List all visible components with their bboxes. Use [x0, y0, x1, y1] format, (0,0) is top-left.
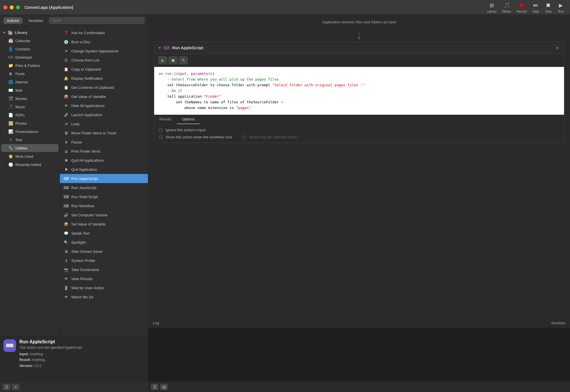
sidebar-item-presentations[interactable]: 📊 Presentations [1, 128, 58, 136]
action-wait-user[interactable]: ⏳ Wait for User Action [60, 283, 148, 292]
action-meta: Input: Anything Result: Anything Version… [19, 351, 83, 369]
action-pause[interactable]: ⏸ Pause [60, 137, 148, 147]
sidebar-item-calendar[interactable]: 📅 Calendar [1, 37, 58, 45]
action-run-applescript[interactable]: ⌨ Run AppleScript [60, 174, 148, 183]
right-bottom-toolbar: ☰ ▤ [148, 381, 570, 392]
toolbar-record[interactable]: ⏺ Record [517, 2, 527, 13]
card-chevron-icon[interactable]: ▼ [158, 46, 161, 50]
sidebar-item-internet[interactable]: 🌐 Internet [1, 78, 58, 86]
list-view-button[interactable]: ≡ [12, 384, 19, 390]
card-close-button[interactable]: ✕ [554, 45, 560, 51]
action-speak-text[interactable]: 💬 Speak Text [60, 229, 148, 238]
action-get-clipboard[interactable]: 📋 Get Contents of Clipboard [60, 83, 148, 92]
action-quit-app[interactable]: ✖ Quit Application [60, 165, 148, 174]
action-view-results[interactable]: 👁 View Results [60, 274, 148, 283]
show-selected-checkbox[interactable] [242, 135, 246, 139]
sidebar-item-files-folders[interactable]: 📁 Files & Folders [1, 61, 58, 69]
ignore-input-checkbox[interactable] [159, 128, 163, 132]
move-trash-icon: 🗑 [63, 130, 69, 136]
action-copy-clipboard[interactable]: 📋 Copy to Clipboard [60, 65, 148, 74]
media-icon: 🎵 [503, 2, 510, 9]
print-items-icon: 🖨 [63, 148, 69, 154]
action-watch-me-do[interactable]: 👁 Watch Me Do [60, 292, 148, 301]
add-button[interactable]: ☰ [3, 384, 10, 390]
toolbar-stop[interactable]: ⏹ Stop [545, 2, 552, 13]
code-line-3: set theSourceFolder to choose folder wit… [159, 82, 559, 88]
sidebar-item-developer[interactable]: </> Developer [1, 53, 58, 61]
action-display-notification[interactable]: 🔔 Display Notification [60, 74, 148, 83]
action-system-profile[interactable]: ℹ System Profile [60, 256, 148, 265]
log-row-2 [148, 336, 570, 342]
search-input[interactable] [49, 17, 144, 24]
action-loop[interactable]: ↺ Loop [60, 119, 148, 128]
sidebar-item-music[interactable]: 🎵 Music [1, 103, 58, 111]
tab-actions[interactable]: Actions [3, 17, 23, 24]
run-workflow-icon: ⌨ [63, 203, 69, 209]
action-run-shell[interactable]: ⌨ Run Shell Script [60, 192, 148, 201]
action-change-appearance[interactable]: ✦ Change System Appearance [60, 46, 148, 56]
action-hide-apps[interactable]: 👁 Hide All Applications [60, 101, 148, 110]
toolbar-run[interactable]: ▶ Run [557, 2, 564, 13]
action-card-header: ▼ ⌨ Run AppleScript ✕ [154, 42, 564, 54]
tab-options[interactable]: Options [177, 115, 200, 124]
photos-icon: 🖼️ [8, 121, 13, 126]
code-line-4: --Do it [159, 88, 559, 94]
minimize-button[interactable] [10, 5, 14, 9]
library-panel: ▼ 📚 Library 📅 Calendar 👤 Contacts </> De… [0, 26, 148, 336]
action-move-trash[interactable]: 🗑 Move Finder Items to Trash [60, 128, 148, 137]
code-line-1: on run {input, parameters} [159, 71, 559, 77]
action-launch-app[interactable]: 🚀 Launch Application [60, 110, 148, 119]
list-toggle-button[interactable]: ☰ [151, 384, 158, 390]
library-header[interactable]: ▼ 📚 Library [0, 29, 60, 36]
action-set-variable[interactable]: 📦 Set Value of Variable [60, 219, 148, 229]
tabs-bar: Actions Variables [0, 15, 148, 26]
action-spotlight[interactable]: 🔍 Spotlight [60, 238, 148, 247]
action-get-variable[interactable]: 📦 Get Value of Variable [60, 92, 148, 101]
sidebar-item-recently-added[interactable]: 🕒 Recently Added [1, 161, 58, 169]
run-action-button[interactable]: ▶ [158, 56, 167, 64]
sidebar-item-movies[interactable]: 🎬 Movies [1, 95, 58, 102]
tab-variables[interactable]: Variables [25, 17, 47, 24]
action-take-screenshot[interactable]: 📷 Take Screenshot [60, 265, 148, 274]
action-start-screensaver[interactable]: 🖥 Start Screen Saver [60, 247, 148, 256]
action-burn-disc[interactable]: 💿 Burn a Disc [60, 37, 148, 46]
close-button[interactable] [3, 5, 7, 9]
internet-icon: 🌐 [8, 79, 13, 85]
sidebar-item-fonts[interactable]: A Fonts [1, 70, 58, 78]
edit-action-button[interactable]: ✎ [179, 56, 188, 64]
toolbar-library[interactable]: ⊞ Library [487, 2, 497, 13]
music-icon: 🎵 [8, 104, 13, 109]
action-set-volume[interactable]: 🔊 Set Computer Volume [60, 210, 148, 219]
toolbar-media[interactable]: 🎵 Media [502, 2, 511, 13]
action-ask-confirmation[interactable]: ❓ Ask for Confirmation [60, 28, 148, 37]
sidebar-item-photos[interactable]: 🖼️ Photos [1, 119, 58, 127]
set-variable-icon: 📦 [63, 221, 69, 227]
grid-toggle-button[interactable]: ▤ [160, 384, 168, 390]
action-run-javascript[interactable]: ⌨ Run JavaScript [60, 183, 148, 192]
show-action-checkbox[interactable] [159, 135, 163, 139]
system-profile-icon: ℹ [63, 258, 69, 263]
workflow-area[interactable]: ▼ ⌨ Run AppleScript ✕ ▶ ⏹ ✎ on run {inpu… [148, 30, 570, 319]
view-results-icon: 👁 [63, 276, 69, 282]
action-quit-all[interactable]: ✖ Quit All Applications [60, 156, 148, 165]
watch-me-do-icon: 👁 [63, 294, 69, 300]
sidebar-item-pdfs[interactable]: 📄 PDFs [1, 111, 58, 119]
code-line-6: set theNames to name of files of theSour… [159, 99, 559, 105]
stop-action-button[interactable]: ⏹ [168, 56, 178, 64]
action-choose-list[interactable]: ☰ Choose from List [60, 56, 148, 65]
sidebar-item-contacts[interactable]: 👤 Contacts [1, 45, 58, 53]
step-icon: ⏭ [532, 2, 539, 9]
toolbar-step[interactable]: ⏭ Step [532, 2, 539, 13]
sidebar-item-most-used[interactable]: ⭐ Most Used [1, 152, 58, 160]
code-editor[interactable]: on run {input, parameters} --Select from… [154, 67, 564, 115]
files-folders-icon: 📁 [8, 63, 13, 68]
action-print-items[interactable]: 🖨 Print Finder Items [60, 147, 148, 156]
sidebar-item-text[interactable]: T Text [1, 136, 58, 144]
maximize-button[interactable] [16, 5, 20, 9]
change-appearance-icon: ✦ [63, 48, 69, 54]
sidebar-item-utilities[interactable]: 🔧 Utilities [1, 144, 58, 152]
sidebar-item-mail[interactable]: ✉️ Mail [1, 86, 58, 94]
tab-results[interactable]: Results [154, 115, 177, 124]
action-run-workflow[interactable]: ⌨ Run Workflow [60, 201, 148, 210]
contacts-icon: 👤 [8, 46, 13, 52]
